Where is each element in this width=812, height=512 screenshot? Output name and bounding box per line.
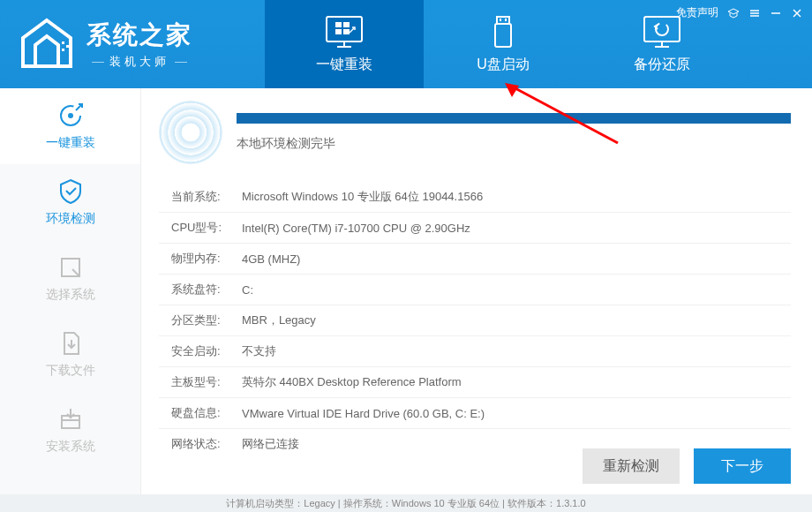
info-row: 硬盘信息:VMware Virtual IDE Hard Drive (60.0… bbox=[159, 397, 791, 428]
progress-bar bbox=[237, 113, 791, 124]
logo-icon bbox=[16, 13, 78, 75]
logo-area: 系统之家 装机大师 bbox=[0, 13, 265, 75]
svg-rect-11 bbox=[495, 24, 511, 47]
svg-rect-14 bbox=[644, 17, 680, 41]
usb-icon bbox=[484, 15, 523, 49]
menu-icon[interactable] bbox=[748, 7, 761, 19]
sidebar-item-label: 一键重装 bbox=[46, 135, 95, 151]
sidebar: 一键重装 环境检测 选择系统 下载文件 安装系统 bbox=[0, 88, 141, 494]
top-nav: 一键重装 U盘启动 备份还原 bbox=[265, 0, 741, 88]
monitor-windows-icon bbox=[325, 15, 364, 49]
install-box-icon bbox=[56, 405, 85, 433]
svg-rect-9 bbox=[343, 29, 350, 34]
info-row: 分区类型:MBR，Legacy bbox=[159, 305, 791, 335]
sidebar-item-label: 安装系统 bbox=[46, 439, 95, 455]
status-bar: 计算机启动类型：Legacy | 操作系统：Windows 10 专业版 64位… bbox=[0, 494, 812, 512]
nav-label: 备份还原 bbox=[634, 56, 690, 74]
recheck-button[interactable]: 重新检测 bbox=[583, 448, 680, 484]
info-row: 物理内存:4GB (MHZ) bbox=[159, 243, 791, 274]
svg-rect-10 bbox=[497, 17, 509, 24]
sidebar-item-label: 下载文件 bbox=[46, 363, 95, 379]
download-file-icon bbox=[56, 329, 85, 358]
info-row: 安全启动:不支持 bbox=[159, 335, 791, 366]
svg-point-25 bbox=[68, 113, 73, 118]
scan-radar-icon bbox=[159, 101, 222, 164]
sidebar-item-download[interactable]: 下载文件 bbox=[0, 316, 140, 392]
sidebar-item-env-check[interactable]: 环境检测 bbox=[0, 164, 140, 240]
next-button[interactable]: 下一步 bbox=[694, 448, 791, 484]
scan-status-text: 本地环境检测完毕 bbox=[237, 136, 791, 152]
nav-usb-boot[interactable]: U盘启动 bbox=[424, 0, 583, 88]
header: 系统之家 装机大师 一键重装 U盘启动 bbox=[0, 0, 812, 88]
logo-subtitle: 装机大师 bbox=[86, 54, 192, 70]
svg-rect-8 bbox=[335, 29, 342, 34]
svg-rect-13 bbox=[505, 19, 507, 21]
logo-title: 系统之家 bbox=[86, 19, 192, 52]
svg-point-17 bbox=[656, 23, 668, 35]
svg-rect-2 bbox=[62, 49, 64, 51]
nav-label: U盘启动 bbox=[477, 56, 530, 74]
svg-rect-6 bbox=[335, 22, 342, 27]
window-controls: 免责声明 bbox=[676, 5, 803, 20]
disclaimer-link[interactable]: 免责声明 bbox=[676, 5, 718, 20]
svg-rect-7 bbox=[343, 22, 350, 27]
svg-rect-1 bbox=[66, 45, 69, 48]
sidebar-item-install[interactable]: 安装系统 bbox=[0, 392, 140, 468]
target-arrow-icon bbox=[56, 102, 85, 130]
main-panel: 本地环境检测完毕 当前系统:Microsoft Windows 10 专业版 6… bbox=[141, 88, 812, 494]
nav-reinstall[interactable]: 一键重装 bbox=[265, 0, 424, 88]
info-row: CPU型号:Intel(R) Core(TM) i7-10700 CPU @ 2… bbox=[159, 212, 791, 243]
info-row: 当前系统:Microsoft Windows 10 专业版 64位 19044.… bbox=[159, 182, 791, 212]
sidebar-item-reinstall[interactable]: 一键重装 bbox=[0, 88, 140, 164]
system-info-list: 当前系统:Microsoft Windows 10 专业版 64位 19044.… bbox=[159, 182, 791, 459]
sidebar-item-label: 环境检测 bbox=[46, 211, 95, 227]
svg-rect-12 bbox=[500, 19, 501, 21]
window-corner-icon bbox=[56, 253, 85, 282]
svg-rect-0 bbox=[62, 41, 64, 44]
sidebar-item-label: 选择系统 bbox=[46, 287, 95, 303]
minimize-icon[interactable] bbox=[770, 7, 782, 19]
graduation-icon[interactable] bbox=[727, 7, 740, 19]
close-icon[interactable] bbox=[791, 7, 803, 19]
info-row: 系统盘符:C: bbox=[159, 274, 791, 305]
nav-label: 一键重装 bbox=[316, 56, 372, 74]
sidebar-item-select-system[interactable]: 选择系统 bbox=[0, 240, 140, 316]
shield-check-icon bbox=[56, 177, 85, 206]
info-row: 主板型号:英特尔 440BX Desktop Reference Platfor… bbox=[159, 366, 791, 397]
